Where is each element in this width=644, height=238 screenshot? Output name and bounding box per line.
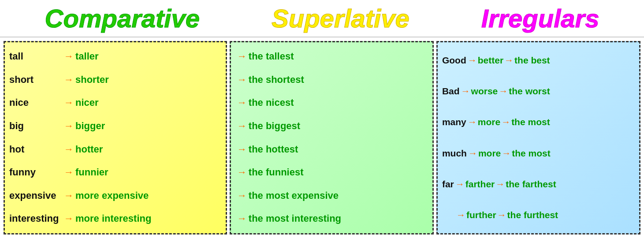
superlative-word: the shortest [249, 74, 304, 86]
irregular-base: much [442, 148, 467, 159]
list-item: → the tallest [235, 51, 428, 62]
superlative-word: the hottest [249, 144, 298, 155]
panel-superlative: → the tallest → the shortest → the nices… [230, 41, 434, 234]
header: Comparative Superlative Irregulars [0, 0, 644, 37]
list-item: nice → nicer [9, 97, 221, 108]
comparative-word: taller [75, 51, 99, 62]
superlative-word: the most interesting [249, 213, 341, 224]
irregular-comp: more [478, 148, 501, 159]
base-word: funny [9, 167, 62, 178]
arrow-icon: → [64, 213, 74, 224]
arrow-icon: → [64, 167, 74, 178]
list-item: → the nicest [235, 97, 428, 108]
irregular-super: the most [512, 148, 551, 159]
list-item: far → farther → the farthest [442, 179, 635, 190]
base-word: hot [9, 144, 62, 155]
arrow-icon: → [237, 120, 247, 132]
title-irregulars: Irregulars [481, 4, 599, 33]
irregular-base: Bad [442, 86, 460, 97]
list-item: → the most expensive [235, 190, 428, 201]
irregular-base: many [442, 117, 466, 127]
arrow-icon: → [468, 55, 477, 66]
list-item: → the hottest [235, 144, 428, 155]
irregular-base: far [442, 179, 454, 190]
arrow-icon: → [64, 51, 74, 62]
arrow-icon: → [64, 97, 74, 108]
comparative-word: shorter [75, 74, 109, 86]
list-item: short → shorter [9, 74, 221, 86]
arrow-icon: → [64, 74, 74, 86]
arrow-icon: → [64, 144, 74, 155]
content-area: tall → taller short → shorter nice → nic… [0, 37, 644, 238]
list-item: tall → taller [9, 51, 221, 62]
irregular-super: the best [514, 55, 550, 66]
arrow-icon: → [455, 179, 465, 190]
arrow-icon: → [461, 86, 470, 97]
irregular-comp: more [478, 117, 500, 127]
comparative-word: nicer [75, 97, 99, 108]
arrow-icon: → [64, 190, 74, 201]
base-word: nice [9, 97, 62, 108]
comparative-word: funnier [75, 167, 108, 178]
arrow-icon: → [237, 144, 247, 155]
arrow-icon: → [504, 55, 514, 66]
irregular-super: the furthest [507, 210, 558, 220]
base-word: short [9, 74, 62, 86]
list-item: Bad → worse → the worst [442, 86, 635, 97]
main-container: Comparative Superlative Irregulars tall … [0, 0, 644, 238]
list-item: → further → the furthest [455, 210, 635, 220]
irregular-comp: better [478, 55, 503, 66]
base-word: tall [9, 51, 62, 62]
arrow-icon: → [237, 74, 247, 86]
arrow-icon: → [237, 213, 247, 224]
list-item: hot → hotter [9, 144, 221, 155]
arrow-icon: → [495, 179, 505, 190]
list-item: funny → funnier [9, 167, 221, 178]
panel-comparative: tall → taller short → shorter nice → nic… [4, 41, 227, 234]
list-item: much → more → the most [442, 148, 635, 159]
arrow-icon: → [64, 120, 74, 132]
list-item: expensive → more expensive [9, 190, 221, 201]
arrow-icon: → [502, 148, 511, 159]
list-item: interesting → more interesting [9, 213, 221, 224]
list-item: → the biggest [235, 120, 428, 132]
arrow-icon: → [237, 190, 247, 201]
superlative-word: the funniest [249, 167, 304, 178]
irregular-super: the worst [509, 86, 550, 97]
arrow-icon: → [237, 51, 247, 62]
arrow-icon: → [237, 167, 247, 178]
superlative-word: the tallest [249, 51, 294, 62]
superlative-word: the nicest [249, 97, 294, 108]
comparative-word: bigger [75, 120, 105, 132]
list-item: Good → better → the best [442, 55, 635, 66]
base-word: expensive [9, 190, 62, 201]
arrow-icon: → [237, 97, 247, 108]
comparative-word: hotter [75, 144, 103, 155]
arrow-icon: → [468, 117, 477, 127]
arrow-icon: → [499, 86, 508, 97]
title-superlative: Superlative [272, 4, 409, 33]
arrow-icon: → [468, 148, 477, 159]
arrow-icon: → [456, 210, 465, 220]
irregular-super: the farthest [506, 179, 556, 190]
superlative-word: the most expensive [249, 190, 339, 201]
arrow-icon: → [501, 117, 510, 127]
irregular-comp: worse [471, 86, 498, 97]
superlative-word: the biggest [249, 120, 300, 132]
comparative-word: more interesting [75, 213, 151, 224]
list-item: → the most interesting [235, 213, 428, 224]
irregular-base: Good [442, 55, 466, 66]
list-item: big → bigger [9, 120, 221, 132]
list-item: → the shortest [235, 74, 428, 86]
irregular-comp: further [466, 210, 496, 220]
irregular-super: the most [511, 117, 550, 127]
panel-irregulars: Good → better → the best Bad → worse → t… [436, 41, 640, 234]
list-item: → the funniest [235, 167, 428, 178]
irregular-comp: farther [465, 179, 495, 190]
comparative-word: more expensive [75, 190, 149, 201]
title-comparative: Comparative [45, 4, 200, 33]
arrow-icon: → [497, 210, 506, 220]
base-word: big [9, 120, 62, 132]
base-word: interesting [9, 213, 62, 224]
list-item: many → more → the most [442, 117, 635, 127]
